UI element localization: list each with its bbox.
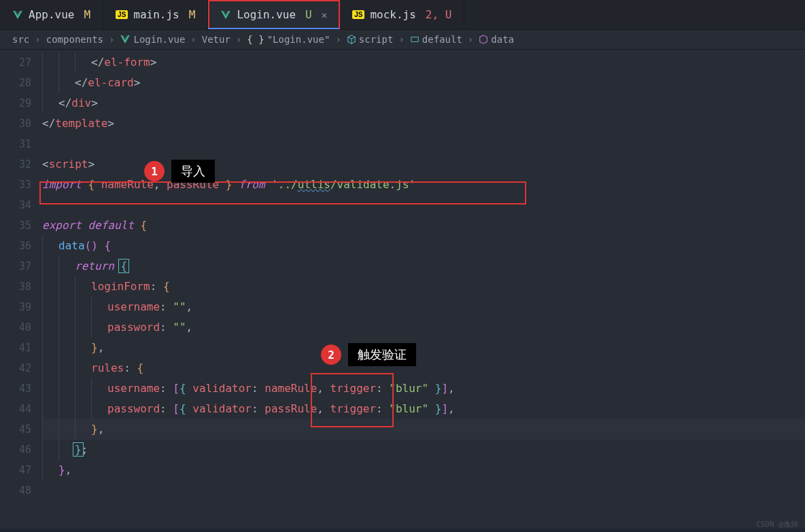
line-number: 42 xyxy=(0,358,42,378)
annotation-number-badge: 1 xyxy=(144,161,165,181)
chevron-right-icon: › xyxy=(468,34,473,45)
code-line[interactable]: </el-card> xyxy=(42,73,805,93)
breadcrumb-item[interactable]: { }"Login.vue" xyxy=(247,34,330,45)
watermark: CSDN @逸帅 xyxy=(756,519,798,529)
chevron-right-icon: › xyxy=(35,34,40,45)
editor-tabs: App.vueMJSmain.jsMLogin.vueU✕JSmock.js2,… xyxy=(0,0,805,30)
code-line[interactable]: export default { xyxy=(42,215,805,236)
code-line[interactable]: rules: { xyxy=(42,358,805,378)
chevron-right-icon: › xyxy=(109,34,114,45)
box-icon xyxy=(479,35,488,44)
line-number: 30 xyxy=(0,113,42,134)
breadcrumb-item[interactable]: components xyxy=(46,34,103,45)
line-number: 40 xyxy=(0,317,42,338)
tab-App-vue[interactable]: App.vueM xyxy=(0,0,103,29)
chevron-right-icon: › xyxy=(236,34,241,45)
code-line[interactable]: password: "", xyxy=(42,317,805,338)
tab-label: main.js xyxy=(133,8,179,21)
line-number: 31 xyxy=(0,134,42,154)
vue-file-icon xyxy=(220,10,231,20)
js-file-icon: JS xyxy=(116,10,128,19)
code-line[interactable] xyxy=(42,480,805,501)
line-number: 37 xyxy=(0,256,42,277)
line-number: 45 xyxy=(0,419,42,440)
breadcrumb-item[interactable]: script xyxy=(347,34,394,45)
breadcrumb: src›components›Login.vue›Vetur›{ }"Login… xyxy=(0,30,805,50)
code-area[interactable]: </el-form></el-card></div></template><sc… xyxy=(42,50,805,529)
code-line[interactable]: data() { xyxy=(42,236,805,256)
line-number: 35 xyxy=(0,215,42,236)
annotation-number-badge: 2 xyxy=(321,344,341,365)
line-number: 43 xyxy=(0,378,42,399)
line-number: 32 xyxy=(0,154,42,175)
tab-Login-vue[interactable]: Login.vueU✕ xyxy=(208,0,340,29)
line-number: 41 xyxy=(0,338,42,358)
line-number: 44 xyxy=(0,399,42,419)
line-number: 38 xyxy=(0,277,42,297)
line-number: 28 xyxy=(0,73,42,93)
code-line[interactable]: }; xyxy=(42,440,805,460)
js-file-icon: JS xyxy=(352,10,364,19)
breadcrumb-item[interactable]: Vetur xyxy=(202,34,230,45)
code-line[interactable]: }, xyxy=(42,419,805,440)
line-number: 48 xyxy=(0,480,42,501)
vue-icon xyxy=(120,34,131,45)
tab-mock-js[interactable]: JSmock.js2, U xyxy=(340,0,464,29)
code-line[interactable]: username: "", xyxy=(42,297,805,317)
code-line[interactable]: username: [{ validator: nameRule, trigge… xyxy=(42,378,805,399)
annotation-callout: 1导入 xyxy=(144,160,215,183)
braces-icon: { } xyxy=(247,34,264,45)
cube-icon xyxy=(347,35,356,44)
chevron-right-icon: › xyxy=(190,34,196,45)
code-line[interactable]: }, xyxy=(42,338,805,358)
vue-file-icon xyxy=(12,10,23,20)
line-number: 36 xyxy=(0,236,42,256)
annotation-label: 导入 xyxy=(171,160,215,183)
chevron-right-icon: › xyxy=(335,34,341,45)
annotation-label: 触发验证 xyxy=(348,343,416,366)
svg-rect-0 xyxy=(411,37,419,42)
line-number: 33 xyxy=(0,175,42,195)
line-number-gutter: 2728293031323334353637383940414243444546… xyxy=(0,50,42,529)
close-icon[interactable]: ✕ xyxy=(322,10,327,20)
code-line[interactable]: password: [{ validator: passRule, trigge… xyxy=(42,399,805,419)
code-line[interactable]: </el-form> xyxy=(42,52,805,73)
code-line[interactable] xyxy=(42,195,805,215)
line-number: 29 xyxy=(0,93,42,113)
breadcrumb-item[interactable]: Login.vue xyxy=(120,34,185,45)
modified-indicator: M xyxy=(84,8,90,21)
line-number: 27 xyxy=(0,52,42,73)
modified-indicator: M xyxy=(189,8,196,21)
code-line[interactable]: }, xyxy=(42,460,805,480)
var-icon xyxy=(410,35,419,44)
line-number: 34 xyxy=(0,195,42,215)
annotation-callout: 2触发验证 xyxy=(321,343,416,366)
code-line[interactable]: loginForm: { xyxy=(42,277,805,297)
line-number: 39 xyxy=(0,297,42,317)
line-number: 46 xyxy=(0,440,42,460)
code-line[interactable] xyxy=(42,134,805,154)
line-number: 47 xyxy=(0,460,42,480)
modified-indicator: 2, U xyxy=(426,8,452,21)
modified-indicator: U xyxy=(305,8,312,21)
chevron-right-icon: › xyxy=(398,34,404,45)
breadcrumb-item[interactable]: data xyxy=(479,34,514,45)
tab-main-js[interactable]: JSmain.jsM xyxy=(103,0,208,29)
code-line[interactable]: </div> xyxy=(42,93,805,113)
tab-label: mock.js xyxy=(370,8,415,21)
tab-label: Login.vue xyxy=(237,8,296,21)
tab-label: App.vue xyxy=(29,8,74,21)
code-editor[interactable]: 2728293031323334353637383940414243444546… xyxy=(0,50,805,529)
code-line[interactable]: </template> xyxy=(42,113,805,134)
code-line[interactable]: return { xyxy=(42,256,805,277)
breadcrumb-item[interactable]: default xyxy=(410,34,462,45)
breadcrumb-item[interactable]: src xyxy=(12,34,29,45)
